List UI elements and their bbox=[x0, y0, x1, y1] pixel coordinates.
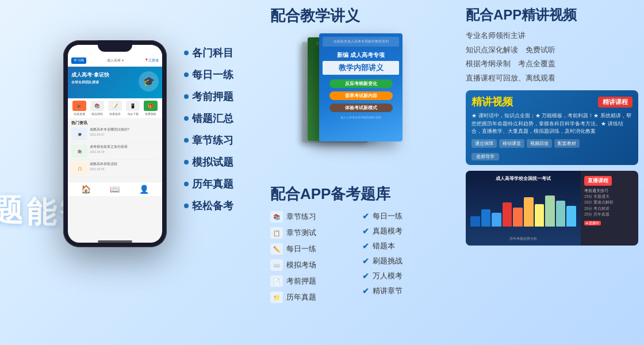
appdb-left: 📚 章节练习 📋 章节测试 ✏️ 每日一练 ⌨️ 模拟考场 📄 考前押题 📁 bbox=[270, 209, 351, 305]
check-label-2: 真题模考 bbox=[373, 226, 402, 236]
book-main: 全国各类成人高考专用辅导教材系列 新编 成人高考专项 教学内部讲义 反应考纲新变… bbox=[319, 33, 402, 141]
bottom-nav: 🏠 📖 👤 bbox=[68, 182, 162, 196]
bullet-1 bbox=[184, 51, 189, 55]
appdb-item-4: ⌨️ 模拟考场 bbox=[270, 257, 351, 273]
check-6: ✔ bbox=[362, 286, 369, 296]
bar-9 bbox=[556, 201, 566, 227]
bullet-5 bbox=[184, 138, 189, 143]
check-1: ✔ bbox=[362, 212, 369, 221]
check-item-6: ✔ 精讲章节 bbox=[362, 283, 443, 298]
live-chart-title: 成人高等学校全国统一考试 bbox=[470, 175, 576, 182]
news-content-3: 成教高本录取流程 2021-02-25 bbox=[90, 162, 117, 175]
news-section: 热门资讯 🎓 成教高本专业哪些比较好? 2021-04-27 📚 成考报名政策之… bbox=[68, 118, 162, 182]
book-series: 全国各类成人高考专用辅导教材系列 bbox=[325, 39, 397, 44]
check-label-1: 每日一练 bbox=[373, 211, 402, 221]
free-label: 免费领取 bbox=[143, 112, 159, 116]
check-item-2: ✔ 真题模考 bbox=[362, 224, 443, 239]
live-card: 成人高等学校全国统一考试 历年考题趋势分析 直播课程 考前通关技巧 bbox=[466, 171, 638, 246]
icon-app: 📱 App下载 bbox=[125, 101, 141, 116]
icon-free: 🎁 免费领取 bbox=[143, 101, 159, 116]
live-inner: 成人高等学校全国统一考试 历年考题趋势分析 直播课程 考前通关技巧 bbox=[466, 171, 638, 246]
tab-3[interactable]: 视频回放 bbox=[527, 139, 552, 148]
bullet-7 bbox=[184, 182, 189, 186]
check-label-3: 错题本 bbox=[373, 241, 395, 251]
nav-book: 📖 bbox=[110, 185, 120, 194]
jingjian-title: 精讲视频 bbox=[471, 95, 513, 109]
book-title-main: 新编 成人高考专项 bbox=[319, 50, 402, 60]
bank-label: 海量题库 bbox=[107, 112, 122, 116]
news-item-3: 📋 成教高本录取流程 2021-02-25 bbox=[71, 162, 159, 177]
learn-more: 老师导学 bbox=[471, 150, 632, 160]
tab-2[interactable]: 移动课堂 bbox=[499, 139, 524, 148]
appdb-item-5: 📄 考前押题 bbox=[270, 273, 351, 289]
feature-3: 考前押题 bbox=[184, 90, 264, 103]
learn-button[interactable]: 老师导学 bbox=[471, 153, 499, 160]
appdb-label-2: 章节测试 bbox=[286, 228, 316, 238]
check-label-5: 万人模考 bbox=[373, 271, 402, 281]
live-label: 在线直播 bbox=[71, 112, 87, 116]
appdb-icon-1: 📚 bbox=[270, 211, 283, 223]
jingjian-desc: ★ 课时话中，知识点全面；★ 万能模板，考前利器！★ 系统精讲，帮您把握历年命题… bbox=[471, 112, 632, 136]
news-title: 热门资讯 bbox=[71, 120, 159, 126]
feature-2: 每日一练 bbox=[184, 68, 264, 82]
tab-4[interactable]: 配套教材 bbox=[554, 139, 580, 148]
news-date-2: 2021-03-15 bbox=[90, 150, 128, 154]
feature-7: 历年真题 bbox=[184, 177, 264, 191]
tab-1[interactable]: 通过保障 bbox=[471, 139, 497, 148]
news-item-1: 🎓 成教高本专业哪些比较好? 2021-04-27 bbox=[71, 128, 159, 143]
icon-bank: 📝 海量题库 bbox=[107, 101, 122, 116]
bar-1 bbox=[470, 216, 480, 227]
check-item-1: ✔ 每日一练 bbox=[362, 209, 443, 224]
news-item-2: 📚 成考报名政策之加分政策 2021-03-15 bbox=[71, 145, 159, 160]
nav-user: 👤 bbox=[139, 185, 149, 194]
news-title-1: 成教高本专业哪些比较好? bbox=[90, 128, 129, 132]
bullet-8 bbox=[184, 204, 189, 208]
phone-frame: 学习网 成人高考 ▾ 📍江西省 成人高考·拿证快 全球名师团队授课 🎓 ▶ 在线… bbox=[63, 40, 167, 247]
appdb-label-6: 历年真题 bbox=[286, 292, 316, 302]
appdb-right: ✔ 每日一练 ✔ 真题模考 ✔ 错题本 ✔ 刷题挑战 ✔ 万人模考 ✔ 精讲章节 bbox=[362, 209, 443, 305]
feature-label-4: 错题汇总 bbox=[192, 112, 233, 125]
appdb-label-1: 章节练习 bbox=[286, 212, 316, 222]
phone-section: 学习网 成人高考 ▾ 📍江西省 成人高考·拿证快 全球名师团队授课 🎓 ▶ 在线… bbox=[57, 12, 172, 334]
news-date-3: 2021-02-25 bbox=[90, 167, 117, 171]
live-rows: 15分 专题通关 16分 重难点解析 20分 考点精讲 25分 历年真题 ● 直… bbox=[584, 194, 635, 226]
bullet-3 bbox=[184, 94, 189, 99]
live-row-1: 15分 专题通关 bbox=[584, 194, 635, 200]
bar-5 bbox=[513, 208, 523, 227]
live-subtitle: 考前通关技巧 bbox=[584, 188, 635, 194]
feature-label-1: 各门科目 bbox=[192, 46, 233, 60]
badge-1: 反应考纲新变化 bbox=[329, 79, 393, 88]
appdb-label-4: 模拟考场 bbox=[286, 260, 316, 270]
live-row-4: 25分 历年真题 bbox=[584, 212, 635, 217]
appdb-item-3: ✏️ 每日一练 bbox=[270, 241, 351, 257]
appdb-icon-2: 📋 bbox=[270, 227, 283, 239]
bar-10 bbox=[566, 206, 576, 227]
appdb-icon-5: 📄 bbox=[270, 275, 283, 287]
bar-2 bbox=[481, 209, 491, 227]
appdb-icon-3: ✏️ bbox=[270, 243, 283, 255]
course-icon: 📚 bbox=[90, 101, 104, 111]
chart-label: 历年考题趋势分析 bbox=[470, 237, 576, 241]
bar-3 bbox=[492, 213, 501, 227]
news-title-3: 成教高本录取流程 bbox=[90, 162, 117, 167]
appdb-item-1: 📚 章节练习 bbox=[270, 209, 351, 225]
bar-6 bbox=[524, 197, 534, 227]
appdb-item-2: 📋 章节测试 bbox=[270, 225, 351, 241]
check-label-4: 刷题挑战 bbox=[373, 256, 402, 266]
banner-icon: 🎓 bbox=[139, 71, 159, 91]
bar-8 bbox=[545, 195, 555, 227]
app-label: App下载 bbox=[125, 112, 141, 116]
app-icon: 📱 bbox=[126, 101, 140, 111]
teaching-title: 配合教学讲义 bbox=[270, 6, 443, 26]
feature-5: 章节练习 bbox=[184, 133, 264, 147]
appdb-section: 配合APP备考题库 📚 章节练习 📋 章节测试 ✏️ 每日一练 ⌨️ 模拟考场 … bbox=[270, 178, 443, 305]
news-thumb-2: 📚 bbox=[71, 145, 87, 158]
icon-live: ▶ 在线直播 bbox=[71, 101, 87, 116]
live-row-2: 16分 重难点解析 bbox=[584, 200, 635, 205]
book-footer: 成人入学考试专用辅导材料·使用 bbox=[319, 116, 402, 119]
appdb-icon-6: 📁 bbox=[270, 292, 283, 303]
book-badges: 反应考纲新变化 荟萃考试新内容 体验考试新模式 bbox=[319, 77, 402, 113]
bullet-6 bbox=[184, 160, 189, 164]
app-logo: 学习网 bbox=[71, 57, 86, 64]
appdb-label-3: 每日一练 bbox=[286, 244, 316, 254]
